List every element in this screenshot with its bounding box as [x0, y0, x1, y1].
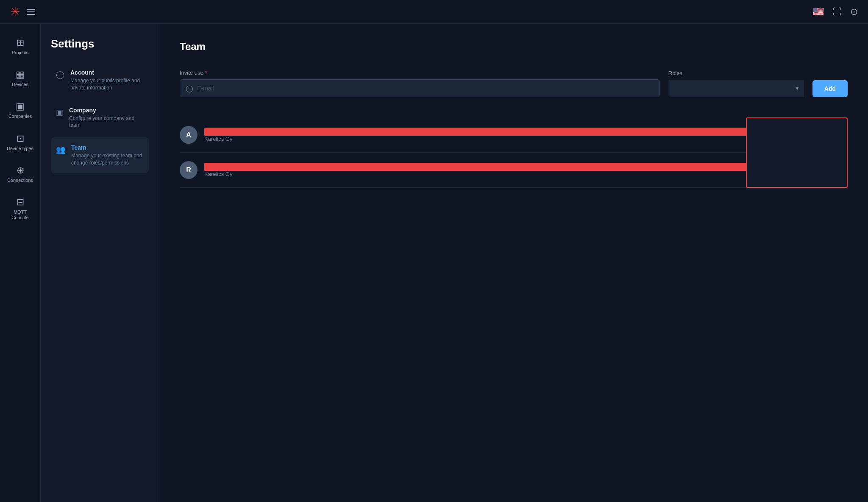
role-label: Role: User — [775, 165, 826, 175]
topbar: ✳ 🇺🇸 ⛶ ⊙ — [0, 0, 868, 24]
company-text: Company Configure your company and team — [69, 107, 144, 129]
team-list: A ██████████████████████████████████ Kar… — [180, 117, 848, 188]
role-chevron-icon[interactable]: ▼ — [831, 167, 836, 173]
avatar: A — [180, 126, 198, 144]
roles-label: Roles — [668, 70, 804, 76]
devices-label: Devices — [12, 82, 28, 87]
topbar-left: ✳ — [10, 6, 35, 18]
device-types-label: Device types — [7, 146, 33, 151]
member-controls: Role: User × ▼ 🗑 — [763, 130, 848, 140]
table-row: R ████████████████████████████ Karelics … — [180, 153, 848, 188]
page-title: Team — [180, 41, 848, 53]
app-logo: ✳ — [10, 6, 20, 18]
role-select-wrap: Role: User × ▼ — [775, 130, 836, 140]
team-icon: 👥 — [56, 145, 65, 154]
company-icon: ▣ — [56, 108, 63, 117]
mqtt-icon: ⊟ — [17, 197, 24, 208]
mqtt-label: MQTT Console — [7, 209, 34, 220]
projects-icon: ⊞ — [17, 37, 24, 48]
sidebar-item-projects[interactable]: ⊞ Projects — [3, 32, 37, 61]
companies-icon: ▣ — [16, 101, 25, 112]
invite-section: Invite user* ◯ Roles User Admin ▼ — [180, 70, 848, 97]
sidebar-item-connections[interactable]: ⊕ Connections — [3, 160, 37, 188]
table-row: A ██████████████████████████████████ Kar… — [180, 117, 848, 153]
language-flag[interactable]: 🇺🇸 — [812, 6, 824, 17]
settings-item-account[interactable]: ◯ Account Manage your public profile and… — [51, 62, 149, 98]
avatar: R — [180, 161, 198, 179]
member-email: ██████████████████████████████████ — [204, 128, 763, 136]
profile-icon[interactable]: ⊙ — [850, 6, 858, 17]
settings-title: Settings — [51, 37, 149, 50]
sidebar-item-companies[interactable]: ▣ Companies — [3, 96, 37, 124]
required-star: * — [205, 70, 207, 76]
roles-select[interactable]: User Admin — [668, 80, 804, 97]
member-controls: Role: User × ▼ 🗑 — [763, 165, 848, 175]
left-nav: ⊞ Projects ▦ Devices ▣ Companies ⊡ Devic… — [0, 24, 41, 502]
account-title: Account — [70, 69, 144, 76]
connections-icon: ⊕ — [17, 165, 24, 176]
member-info: ████████████████████████████ Karelics Oy — [204, 163, 763, 177]
team-description: Manage your existing team and change rol… — [71, 152, 144, 167]
company-description: Configure your company and team — [69, 115, 144, 129]
sidebar-item-device-types[interactable]: ⊡ Device types — [3, 128, 37, 156]
topbar-right: 🇺🇸 ⛶ ⊙ — [812, 6, 858, 17]
settings-panel: Settings ◯ Account Manage your public pr… — [41, 24, 159, 502]
invite-email-input[interactable] — [180, 79, 660, 97]
sidebar-item-devices[interactable]: ▦ Devices — [3, 64, 37, 92]
companies-label: Companies — [8, 114, 32, 119]
add-button[interactable]: Add — [812, 80, 848, 97]
device-types-icon: ⊡ — [17, 133, 24, 144]
delete-member-icon[interactable]: 🗑 — [840, 166, 848, 175]
account-text: Account Manage your public profile and p… — [70, 69, 144, 92]
hamburger-button[interactable] — [27, 9, 35, 15]
devices-icon: ▦ — [16, 69, 25, 80]
fullscreen-icon[interactable]: ⛶ — [832, 6, 842, 17]
role-label: Role: User — [775, 130, 826, 140]
member-company: Karelics Oy — [204, 171, 763, 177]
main-layout: ⊞ Projects ▦ Devices ▣ Companies ⊡ Devic… — [0, 24, 868, 502]
role-chevron-icon[interactable]: ▼ — [831, 132, 836, 138]
sidebar-item-mqtt-console[interactable]: ⊟ MQTT Console — [3, 192, 37, 226]
team-title: Team — [71, 144, 144, 151]
member-email: ████████████████████████████ — [204, 163, 763, 171]
company-title: Company — [69, 107, 144, 114]
invite-input-wrap: ◯ — [180, 79, 660, 97]
account-icon: ◯ — [56, 70, 64, 79]
delete-member-icon[interactable]: 🗑 — [840, 131, 848, 139]
role-clear-icon[interactable]: × — [828, 167, 831, 173]
projects-label: Projects — [12, 50, 29, 56]
team-text: Team Manage your existing team and chang… — [71, 144, 144, 167]
settings-item-company[interactable]: ▣ Company Configure your company and tea… — [51, 100, 149, 136]
member-info: ██████████████████████████████████ Karel… — [204, 128, 763, 142]
connections-label: Connections — [7, 178, 33, 183]
roles-select-wrap: User Admin ▼ — [668, 80, 804, 97]
role-clear-icon[interactable]: × — [828, 132, 831, 138]
content-area: Team Invite user* ◯ Roles User Admi — [159, 24, 868, 502]
email-icon: ◯ — [186, 84, 193, 92]
invite-email-group: Invite user* ◯ — [180, 70, 660, 97]
settings-item-team[interactable]: 👥 Team Manage your existing team and cha… — [51, 137, 149, 173]
account-description: Manage your public profile and private i… — [70, 77, 144, 92]
role-select-wrap: Role: User × ▼ — [775, 165, 836, 175]
roles-group: Roles User Admin ▼ — [668, 70, 804, 97]
member-company: Karelics Oy — [204, 136, 763, 142]
invite-label: Invite user* — [180, 70, 660, 76]
